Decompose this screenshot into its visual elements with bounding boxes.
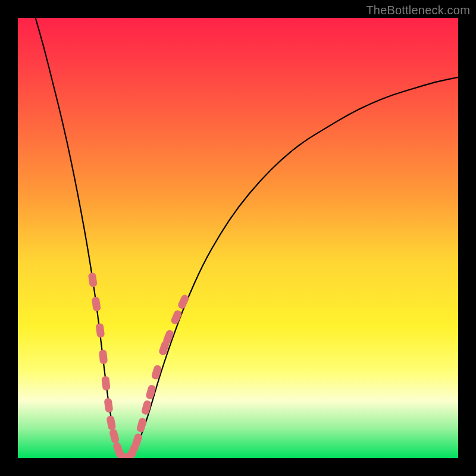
bead-marker: [106, 415, 116, 431]
bottleneck-curve: [36, 18, 458, 458]
bead-marker: [109, 428, 120, 444]
watermark-text: TheBottleneck.com: [366, 4, 470, 17]
bead-marker: [104, 397, 113, 413]
bead-marker: [151, 364, 162, 380]
bead-marker: [136, 417, 147, 433]
bead-marker: [177, 294, 190, 310]
bead-marker: [145, 384, 156, 400]
bead-marker: [101, 376, 111, 391]
bead-marker: [99, 349, 108, 364]
bead-marker: [95, 323, 105, 339]
bead-marker: [141, 400, 152, 416]
bead-marker: [92, 296, 101, 312]
chart-svg: [18, 18, 458, 458]
chart-frame: TheBottleneck.com: [0, 0, 476, 476]
bead-marker: [88, 272, 98, 287]
